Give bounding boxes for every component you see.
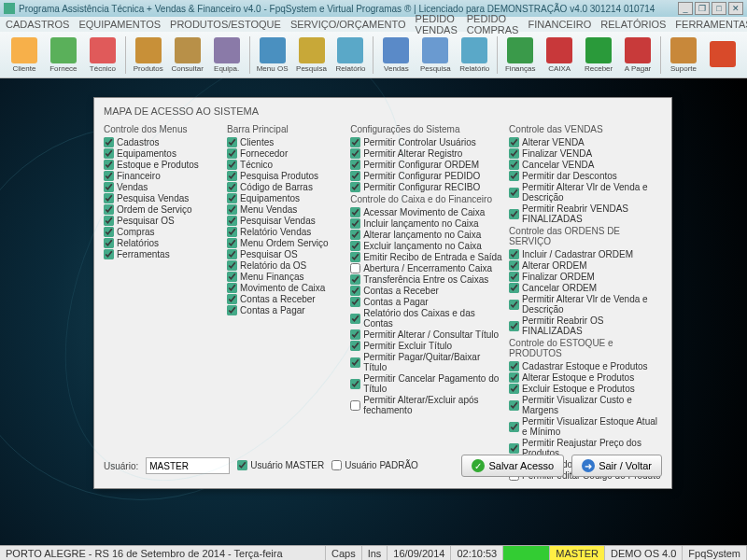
- checkbox-vendas[interactable]: [104, 182, 114, 192]
- save-button[interactable]: ✓Salvar Acesso: [461, 455, 564, 477]
- checkbox-permitir-alterar-registro[interactable]: [350, 148, 360, 159]
- checkbox-movimento-de-caixa[interactable]: [227, 283, 237, 293]
- checkbox-permitir-configurar-pedido[interactable]: [350, 171, 360, 181]
- toolbar-exit[interactable]: [704, 41, 741, 68]
- checkbox-excluir-estoque-e-produtos[interactable]: [509, 384, 519, 394]
- checkbox-clientes[interactable]: [227, 137, 237, 147]
- checkbox-incluir-cadastrar-ordem[interactable]: [509, 249, 519, 259]
- checkbox-finalizar-venda[interactable]: [509, 148, 519, 159]
- toolbar-fornece[interactable]: Fornece: [45, 37, 82, 73]
- menu-serviço/orçamento[interactable]: SERVIÇO/ORÇAMENTO: [290, 19, 406, 30]
- checkbox-alterar-ordem[interactable]: [509, 260, 519, 271]
- user-input[interactable]: [146, 457, 230, 474]
- checkbox-permitir-dar-descontos[interactable]: [509, 171, 519, 181]
- checkbox-financeiro[interactable]: [104, 171, 114, 181]
- toolbar-pesquisa[interactable]: Pesquisa: [293, 37, 331, 73]
- menu-pedido compras[interactable]: PEDIDO COMPRAS: [467, 13, 519, 35]
- menu-cadastros[interactable]: CADASTROS: [6, 19, 69, 30]
- checkbox-permitir-controlar-usu-rios[interactable]: [350, 137, 360, 147]
- master-checkbox[interactable]: [237, 460, 247, 470]
- toolbar-equipa.[interactable]: Equipa.: [208, 37, 246, 73]
- checkbox-incluir-lan-amento-no-caixa[interactable]: [350, 218, 360, 229]
- close-button[interactable]: ✕: [728, 2, 743, 15]
- checkbox-pesquisa-produtos[interactable]: [227, 171, 237, 181]
- toolbar-consultar[interactable]: Consultar: [169, 37, 206, 73]
- checkbox-excluir-lan-amento-no-caixa[interactable]: [350, 241, 360, 251]
- checkbox-cancelar-venda[interactable]: [509, 160, 519, 170]
- checkbox-t-cnico[interactable]: [227, 160, 237, 170]
- checkbox-permitir-visualizar-custo-e-ma[interactable]: [509, 400, 519, 411]
- checkbox-menu-ordem-servi-o[interactable]: [227, 238, 237, 248]
- checkbox-c-digo-de-barras[interactable]: [227, 182, 237, 192]
- toolbar-caixa[interactable]: CAIXA: [541, 37, 578, 73]
- checkbox-equipamentos[interactable]: [227, 193, 237, 203]
- toolbar-relatório[interactable]: Relatório: [332, 37, 370, 73]
- checkbox-permitir-configurar-recibo[interactable]: [350, 182, 360, 192]
- checkbox-ordem-de-servi-o[interactable]: [104, 204, 114, 215]
- checkbox-pesquisa-vendas[interactable]: [104, 193, 114, 203]
- checkbox-permitir-visualizar-estoque-at[interactable]: [509, 422, 519, 432]
- checkbox-permitir-alterar-vlr-de-venda-[interactable]: [509, 188, 519, 198]
- checkbox-menu-finan-as[interactable]: [227, 272, 237, 282]
- toolbar-cliente[interactable]: Cliente: [6, 37, 43, 73]
- checkbox-equipamentos[interactable]: [104, 148, 114, 159]
- checkbox-estoque-e-produtos[interactable]: [104, 160, 114, 170]
- toolbar-relatório[interactable]: Relatório: [456, 37, 493, 73]
- checkbox-permitir-reabrir-vendas-finali[interactable]: [509, 209, 519, 219]
- checkbox-permitir-cancelar-pagamento-do[interactable]: [350, 379, 360, 389]
- checkbox-relat-rio-da-os[interactable]: [227, 260, 237, 271]
- checkbox-alterar-estoque-e-produtos[interactable]: [509, 372, 519, 383]
- toolbar-receber[interactable]: Receber: [580, 37, 617, 73]
- checkbox-emitir-recibo-de-entrada-e-sa-[interactable]: [350, 252, 360, 262]
- toolbar-produtos[interactable]: Produtos: [130, 37, 167, 73]
- checkbox-alterar-venda[interactable]: [509, 137, 519, 147]
- checkbox-menu-vendas[interactable]: [227, 204, 237, 215]
- toolbar-finanças[interactable]: Finanças: [501, 37, 539, 73]
- checkbox-cancelar-ordem[interactable]: [509, 283, 519, 293]
- checkbox-contas-a-pagar[interactable]: [227, 305, 237, 315]
- checkbox-cadastros[interactable]: [104, 137, 114, 147]
- restore-button[interactable]: ❐: [695, 2, 710, 15]
- padrao-checkbox[interactable]: [331, 460, 342, 470]
- menu-financeiro[interactable]: FINANCEIRO: [528, 19, 591, 30]
- checkbox-alterar-lan-amento-no-caixa[interactable]: [350, 230, 360, 240]
- checkbox-relat-rios[interactable]: [104, 238, 114, 248]
- toolbar-menu os[interactable]: Menu OS: [254, 37, 291, 73]
- checkbox-permitir-excluir-t-tulo[interactable]: [350, 341, 360, 351]
- checkbox-acessar-movimento-de-caixa[interactable]: [350, 207, 360, 217]
- checkbox-relat-rio-dos-caixas-e-das-con[interactable]: [350, 314, 360, 324]
- maximize-button[interactable]: □: [712, 2, 726, 15]
- toolbar-suporte[interactable]: Suporte: [665, 37, 702, 73]
- checkbox-finalizar-ordem[interactable]: [509, 272, 519, 282]
- checkbox-contas-a-receber[interactable]: [350, 286, 360, 296]
- checkbox-relat-rio-vendas[interactable]: [227, 227, 237, 237]
- checkbox-contas-a-receber[interactable]: [227, 294, 237, 304]
- checkbox-pesquisar-os[interactable]: [104, 216, 114, 226]
- checkbox-abertura-encerramento-caixa[interactable]: [350, 263, 360, 273]
- checkbox-fornecedor[interactable]: [227, 148, 237, 159]
- checkbox-contas-a-pagar[interactable]: [350, 297, 360, 307]
- checkbox-pesquisar-os[interactable]: [227, 249, 237, 259]
- menu-relatórios[interactable]: RELATÓRIOS: [600, 19, 666, 30]
- checkbox-permitir-reabrir-os-finalizada[interactable]: [509, 321, 519, 331]
- checkbox-compras[interactable]: [104, 227, 114, 237]
- minimize-button[interactable]: _: [678, 2, 693, 15]
- menu-produtos/estoque[interactable]: PRODUTOS/ESTOQUE: [170, 19, 281, 30]
- menu-ferramentas[interactable]: FERRAMENTAS: [675, 19, 747, 30]
- checkbox-permitir-alterar-consultar-t-t[interactable]: [350, 329, 360, 340]
- checkbox-permitir-reajustar-pre-o-dos-p[interactable]: [509, 443, 519, 454]
- toolbar-pesquisa[interactable]: Pesquisa: [416, 37, 454, 73]
- checkbox-pesquisar-vendas[interactable]: [227, 216, 237, 226]
- menu-pedido vendas[interactable]: PEDIDO VENDAS: [416, 13, 458, 35]
- checkbox-permitir-alterar-vlr-de-venda-[interactable]: [509, 300, 519, 310]
- toolbar-a pagar[interactable]: A Pagar: [619, 37, 656, 73]
- exit-button[interactable]: ➜Sair / Voltar: [571, 455, 662, 477]
- checkbox-permitir-pagar-quitar-baixar-t[interactable]: [350, 357, 360, 368]
- menu-equipamentos[interactable]: EQUIPAMENTOS: [78, 19, 161, 30]
- toolbar-técnico[interactable]: Técnico: [84, 37, 121, 73]
- checkbox-transfer-ncia-entre-os-caixas[interactable]: [350, 274, 360, 285]
- toolbar-vendas[interactable]: Vendas: [377, 37, 415, 73]
- checkbox-permitir-alterar-excluir-ap-s-[interactable]: [350, 400, 360, 411]
- checkbox-permitir-configurar-ordem[interactable]: [350, 160, 360, 170]
- checkbox-cadastrar-estoque-e-produtos[interactable]: [509, 361, 519, 371]
